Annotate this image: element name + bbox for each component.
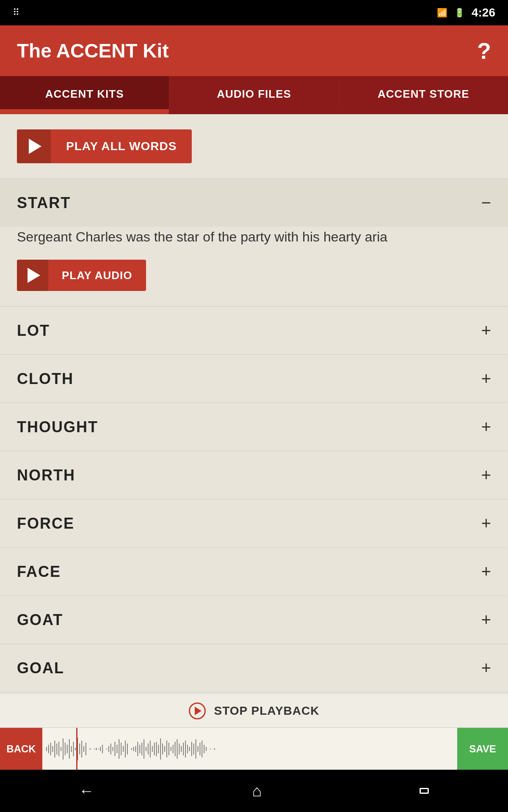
word-header-cloth[interactable]: CLOTH + bbox=[0, 355, 508, 403]
nav-home-button[interactable]: ⌂ bbox=[252, 782, 262, 800]
start-expanded-content: Sergeant Charles was the star of the par… bbox=[0, 227, 508, 306]
word-label-thought: THOUGHT bbox=[17, 418, 98, 436]
main-content: PLAY ALL WORDS START − Sergeant Charles … bbox=[0, 114, 508, 692]
nav-recents-icon bbox=[420, 788, 429, 794]
nav-recents-button[interactable] bbox=[420, 788, 429, 794]
help-icon[interactable]: ? bbox=[477, 38, 491, 64]
nav-home-icon: ⌂ bbox=[252, 782, 262, 800]
word-header-goal[interactable]: GOAL + bbox=[0, 644, 508, 692]
word-section-force: FORCE + bbox=[0, 499, 508, 548]
expand-icon-force: + bbox=[481, 514, 491, 533]
play-all-button[interactable]: PLAY ALL WORDS bbox=[17, 129, 192, 163]
play-audio-icon bbox=[17, 260, 48, 291]
word-header-goat[interactable]: GOAT + bbox=[0, 596, 508, 644]
back-button[interactable]: BACK bbox=[0, 728, 42, 770]
play-audio-button[interactable]: PLAY AUDIO bbox=[17, 260, 146, 291]
waveform-bar: BACK bbox=[0, 727, 508, 770]
tab-bar: ACCENT KITS AUDIO FILES ACCENT STORE bbox=[0, 76, 508, 114]
word-header-thought[interactable]: THOUGHT + bbox=[0, 403, 508, 451]
expand-icon-goat: + bbox=[481, 610, 491, 629]
app-title: The ACCENT Kit bbox=[17, 39, 169, 62]
battery-icon: 🔋 bbox=[454, 8, 465, 18]
nav-bar: ← ⌂ bbox=[0, 770, 508, 812]
stop-play-triangle bbox=[195, 707, 202, 715]
waveform-svg bbox=[42, 734, 457, 764]
play-audio-label: PLAY AUDIO bbox=[48, 269, 146, 282]
word-section-north: NORTH + bbox=[0, 451, 508, 499]
expand-icon-lot: + bbox=[481, 321, 491, 340]
word-header-force[interactable]: FORCE + bbox=[0, 499, 508, 547]
save-button[interactable]: SAVE bbox=[457, 728, 508, 770]
collapse-icon-start: − bbox=[481, 193, 491, 212]
word-section-thought: THOUGHT + bbox=[0, 403, 508, 451]
word-header-lot[interactable]: LOT + bbox=[0, 307, 508, 354]
status-bar-left: ⠿ bbox=[13, 7, 20, 18]
stop-playback-bar: STOP PLAYBACK bbox=[0, 694, 508, 727]
wifi-icon: 📶 bbox=[437, 8, 447, 18]
back-label: BACK bbox=[6, 743, 36, 755]
time-display: 4:26 bbox=[472, 6, 495, 19]
word-label-lot: LOT bbox=[17, 322, 50, 340]
nav-back-button[interactable]: ← bbox=[79, 782, 94, 800]
word-header-face[interactable]: FACE + bbox=[0, 548, 508, 595]
status-bar: ⠿ 📶 🔋 4:26 bbox=[0, 0, 508, 25]
play-audio-triangle-icon bbox=[28, 268, 40, 283]
word-header-north[interactable]: NORTH + bbox=[0, 451, 508, 499]
app-header: The ACCENT Kit ? bbox=[0, 25, 508, 76]
word-label-goat: GOAT bbox=[17, 611, 63, 629]
word-section-goal: GOAL + bbox=[0, 644, 508, 692]
expand-icon-face: + bbox=[481, 562, 491, 581]
tab-accent-kits[interactable]: ACCENT KITS bbox=[0, 76, 169, 114]
tab-accent-store[interactable]: ACCENT STORE bbox=[339, 76, 508, 114]
word-section-lot: LOT + bbox=[0, 307, 508, 355]
word-label-start: START bbox=[17, 194, 71, 212]
word-label-goal: GOAL bbox=[17, 659, 64, 677]
expand-icon-cloth: + bbox=[481, 369, 491, 388]
expand-icon-thought: + bbox=[481, 417, 491, 436]
word-section-start: START − Sergeant Charles was the star of… bbox=[0, 179, 508, 307]
word-section-goat: GOAT + bbox=[0, 596, 508, 644]
start-sentence: Sergeant Charles was the star of the par… bbox=[17, 227, 491, 247]
play-all-icon bbox=[17, 129, 51, 163]
expand-icon-north: + bbox=[481, 466, 491, 485]
grid-icon: ⠿ bbox=[13, 7, 20, 18]
play-all-section: PLAY ALL WORDS bbox=[0, 114, 508, 179]
play-all-label: PLAY ALL WORDS bbox=[51, 140, 192, 153]
waveform-area bbox=[42, 728, 457, 770]
playhead-line bbox=[76, 728, 77, 770]
status-bar-right: 📶 🔋 4:26 bbox=[437, 6, 495, 19]
word-label-north: NORTH bbox=[17, 466, 75, 484]
play-triangle-icon bbox=[29, 139, 41, 154]
word-header-start[interactable]: START − bbox=[0, 179, 508, 227]
word-section-cloth: CLOTH + bbox=[0, 355, 508, 403]
word-label-force: FORCE bbox=[17, 515, 75, 532]
word-section-face: FACE + bbox=[0, 548, 508, 596]
stop-playback-icon bbox=[189, 702, 206, 719]
nav-back-arrow-icon: ← bbox=[79, 782, 94, 800]
word-label-cloth: CLOTH bbox=[17, 370, 74, 388]
stop-playback-label[interactable]: STOP PLAYBACK bbox=[214, 704, 320, 718]
save-label: SAVE bbox=[469, 743, 496, 755]
tab-audio-files[interactable]: AUDIO FILES bbox=[169, 76, 338, 114]
expand-icon-goal: + bbox=[481, 658, 491, 678]
word-label-face: FACE bbox=[17, 563, 61, 581]
